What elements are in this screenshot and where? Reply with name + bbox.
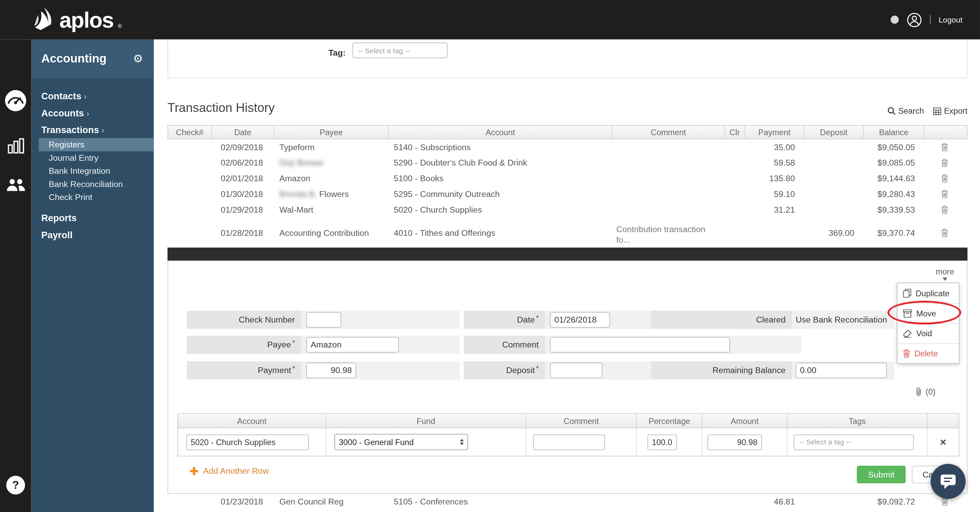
sidebar: Accounting ⚙ Contacts› Accounts› Transac… <box>32 39 154 512</box>
trash-icon[interactable] <box>941 174 948 183</box>
row-deposit <box>803 139 862 155</box>
sidebar-item-transactions[interactable]: Transactions› <box>32 121 154 138</box>
attachments-toggle[interactable]: (0) <box>915 386 935 397</box>
row-account: 5140 - Subscriptions <box>388 139 611 155</box>
row-payment: 135.80 <box>744 171 803 187</box>
payee-input[interactable] <box>306 337 399 352</box>
trash-icon[interactable] <box>941 143 948 151</box>
date-input[interactable] <box>550 312 610 328</box>
trash-icon[interactable] <box>941 228 948 236</box>
menu-item-void[interactable]: Void <box>897 323 958 343</box>
check-number-input[interactable] <box>306 312 341 328</box>
sidebar-nav: Contacts› Accounts› Transactions› Regist… <box>32 78 154 243</box>
row-date: 02/09/2018 <box>210 139 273 155</box>
topbar-right-cluster: Logout <box>891 12 963 27</box>
row-date: 01/30/2018 <box>210 187 273 202</box>
transaction-row[interactable]: 01/28/2018 Accounting Contribution 4010 … <box>167 217 967 247</box>
split-col-percentage: Percentage <box>636 414 702 428</box>
chevron-right-icon: › <box>86 109 89 118</box>
sidebar-item-bank-integration[interactable]: Bank Integration <box>32 164 154 177</box>
chat-bubble-icon <box>940 474 956 489</box>
user-avatar-icon[interactable] <box>907 12 922 27</box>
bar-chart-icon[interactable] <box>0 138 32 154</box>
module-title: Accounting <box>41 52 107 65</box>
row-balance: $9,370.74 <box>862 217 923 247</box>
sidebar-item-registers[interactable]: Registers <box>39 138 154 151</box>
transaction-row[interactable]: 02/06/2018 Drip Brewer 5290 - Doubter's … <box>167 155 967 171</box>
sidebar-item-accounts[interactable]: Accounts› <box>32 104 154 121</box>
row-payee: Gen Council Reg <box>273 494 387 510</box>
row-balance: $9,092.72 <box>862 494 923 510</box>
sidebar-item-reports[interactable]: Reports <box>32 210 154 226</box>
sidebar-item-check-print[interactable]: Check Print <box>32 191 154 204</box>
required-marker: * <box>536 364 539 372</box>
split-amount-input[interactable] <box>707 434 762 450</box>
row-deposit <box>803 155 862 171</box>
split-lines-table: Account Fund Comment Percentage Amount T… <box>177 413 959 456</box>
transaction-row[interactable]: 01/23/2018 Gen Council Reg 5105 - Confer… <box>167 494 967 510</box>
search-button[interactable]: Search <box>888 106 924 115</box>
divider <box>930 15 931 24</box>
required-marker: * <box>293 338 295 346</box>
splits-header-row: Account Fund Comment Percentage Amount T… <box>178 414 959 428</box>
paperclip-icon <box>915 386 922 397</box>
row-payment: 46.81 <box>744 494 803 510</box>
registered-mark: ® <box>118 23 122 29</box>
menu-item-delete[interactable]: Delete <box>897 343 958 364</box>
icon-rail: ? ⚙ <box>0 39 32 512</box>
sidebar-item-journal-entry[interactable]: Journal Entry <box>32 151 154 164</box>
col-deposit: Deposit <box>803 126 863 139</box>
comment-input[interactable] <box>550 337 730 352</box>
delete-trash-icon <box>903 349 910 358</box>
logout-link[interactable]: Logout <box>939 15 963 24</box>
deposit-input[interactable] <box>550 362 603 378</box>
menu-item-duplicate[interactable]: Duplicate <box>897 283 958 303</box>
row-deposit <box>803 202 862 218</box>
submit-button[interactable]: Submit <box>857 466 905 483</box>
trash-icon[interactable] <box>941 159 948 167</box>
trash-icon[interactable] <box>941 190 948 198</box>
export-button[interactable]: Export <box>933 106 967 115</box>
remove-split-icon[interactable]: × <box>940 437 946 447</box>
tag-select[interactable]: -- Select a tag -- <box>353 43 447 58</box>
aplos-flame-icon <box>32 6 55 31</box>
add-another-row-link[interactable]: Add Another Row <box>190 466 269 475</box>
sidebar-item-bank-reconciliation[interactable]: Bank Reconciliation <box>32 177 154 190</box>
split-account-input[interactable] <box>186 434 309 450</box>
col-payment: Payment <box>744 126 803 139</box>
payment-input[interactable] <box>306 362 356 378</box>
row-balance: $9,339.53 <box>862 202 923 218</box>
split-percentage-input[interactable] <box>648 434 677 450</box>
row-account: 5020 - Church Supplies <box>388 202 611 218</box>
row-account: 5100 - Books <box>388 171 611 187</box>
split-comment-input[interactable] <box>533 434 605 450</box>
chat-launcher[interactable] <box>931 464 966 499</box>
transaction-row[interactable]: 02/01/2018 Amazon 5100 - Books 135.80 $9… <box>167 171 967 187</box>
more-menu-trigger[interactable]: more <box>931 267 959 281</box>
selected-row-bar[interactable] <box>167 247 967 260</box>
split-row: 3000 - General Fund -- Select a tag -- × <box>178 428 959 456</box>
sidebar-item-contacts[interactable]: Contacts› <box>32 88 154 104</box>
cleared-value: Use Bank Reconciliation <box>796 311 887 329</box>
transaction-row[interactable]: 02/09/2018 Typeform 5140 - Subscriptions… <box>167 139 967 155</box>
sidebar-item-payroll[interactable]: Payroll <box>32 226 154 243</box>
row-deposit: 369.00 <box>803 217 862 247</box>
split-tags-select[interactable]: -- Select a tag -- <box>794 434 914 450</box>
transaction-row[interactable]: 01/29/2018 Wal-Mart 5020 - Church Suppli… <box>167 202 967 218</box>
dashboard-gauge-icon[interactable] <box>0 89 32 112</box>
transaction-row[interactable]: 01/30/2018 Brenda B. Flowers 5295 - Comm… <box>167 187 967 202</box>
help-icon[interactable]: ? <box>0 476 32 494</box>
row-deposit <box>803 187 862 202</box>
row-account: 5295 - Community Outreach <box>388 187 611 202</box>
required-marker: * <box>293 364 295 372</box>
required-marker: * <box>536 314 539 321</box>
row-payee: Wal-Mart <box>273 202 387 218</box>
trash-icon[interactable] <box>941 206 948 214</box>
aplos-logo: aplos ® <box>32 6 122 33</box>
fund-select[interactable]: 3000 - General Fund <box>334 434 468 450</box>
contacts-people-icon[interactable] <box>0 178 32 192</box>
accounting-settings-gear-icon[interactable]: ⚙ <box>133 53 143 64</box>
col-date: Date <box>211 126 274 139</box>
transaction-table-continued: 01/23/2018 Gen Council Reg 5105 - Confer… <box>167 494 967 510</box>
remaining-balance-input[interactable] <box>796 362 887 378</box>
